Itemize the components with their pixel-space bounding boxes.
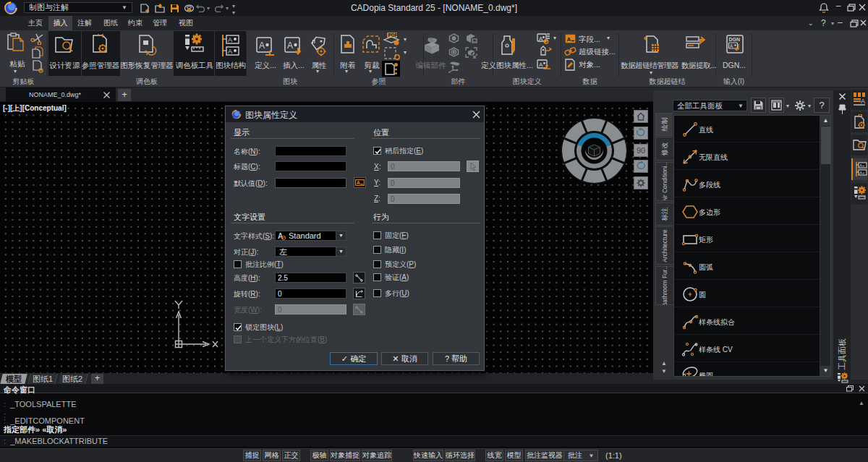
svg-text:A: A	[287, 40, 293, 51]
svg-text:A: A	[861, 98, 865, 105]
svg-text:A: A	[228, 36, 232, 43]
svg-text:A: A	[730, 43, 733, 48]
svg-text:A+: A+	[859, 171, 865, 175]
svg-text:A: A	[539, 61, 543, 68]
svg-text:A: A	[228, 48, 232, 55]
svg-text:A: A	[259, 40, 265, 51]
svg-text:A: A	[357, 180, 360, 185]
svg-text:A: A	[567, 36, 571, 43]
svg-text:A: A	[539, 35, 543, 42]
svg-text:A+: A+	[859, 163, 865, 168]
svg-text:PDF: PDF	[388, 33, 398, 38]
svg-text:DGN: DGN	[729, 37, 741, 42]
